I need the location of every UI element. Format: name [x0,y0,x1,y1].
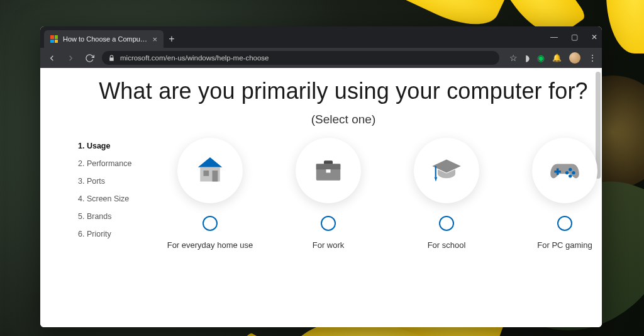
reader-mode-icon[interactable]: ◗ [525,53,530,63]
question-heading: What are you primarily using your comput… [78,77,602,105]
svg-marker-8 [432,160,461,173]
option-home-label: For everyday home use [167,240,253,251]
option-gaming-label: For PC gaming [537,240,592,251]
lock-icon [108,55,115,62]
bookmark-star-icon[interactable]: ☆ [509,53,518,63]
option-school[interactable]: For school [402,138,491,251]
url-text: microsoft.com/en-us/windows/help-me-choo… [120,54,269,62]
address-bar: microsoft.com/en-us/windows/help-me-choo… [40,48,602,68]
reload-button[interactable] [83,53,96,63]
step-usage[interactable]: 1. Usage [78,142,160,150]
back-button[interactable] [45,53,58,63]
profile-avatar[interactable] [569,52,580,64]
svg-point-16 [565,171,569,174]
svg-point-14 [572,171,575,174]
wizard-steps: 1. Usage 2. Performance 3. Ports 4. Scre… [78,138,160,251]
radio-home[interactable] [203,216,218,231]
radio-gaming[interactable] [557,216,572,231]
step-ports[interactable]: 3. Ports [78,177,160,186]
maximize-button[interactable]: ▢ [569,33,579,42]
svg-marker-0 [198,157,223,167]
page-content: What are you primarily using your comput… [40,68,602,327]
svg-point-15 [569,174,572,177]
radio-school[interactable] [439,216,454,231]
step-brands[interactable]: 5. Brands [78,212,160,221]
svg-rect-3 [213,171,218,182]
option-work[interactable]: For work [284,138,372,251]
radio-work[interactable] [321,216,336,231]
house-icon [177,138,243,203]
graduation-cap-icon [414,138,479,203]
close-tab-icon[interactable]: × [152,35,157,43]
step-performance[interactable]: 2. Performance [78,159,160,168]
tab-bar: How to Choose a Computer: Fin… × + — ▢ ✕ [40,26,602,48]
tab-title: How to Choose a Computer: Fin… [63,35,147,43]
svg-marker-10 [435,177,437,182]
page-viewport: What are you primarily using your comput… [40,68,602,327]
messenger-ext-icon[interactable]: ◉ [537,53,545,63]
browser-tab[interactable]: How to Choose a Computer: Fin… × [44,30,164,48]
option-grid: For everyday home use For wo [160,138,602,251]
option-work-label: For work [313,240,345,251]
svg-rect-12 [554,171,561,173]
gamepad-icon [532,138,597,203]
browser-window: How to Choose a Computer: Fin… × + — ▢ ✕… [40,26,602,327]
microsoft-favicon [50,35,58,43]
url-field[interactable]: microsoft.com/en-us/windows/help-me-choo… [102,51,499,65]
browser-menu-button[interactable]: ⋮ [588,53,597,63]
option-home[interactable]: For everyday home use [166,138,254,251]
briefcase-icon [296,138,361,203]
new-tab-button[interactable]: + [164,30,180,48]
option-gaming[interactable]: For PC gaming [521,138,602,251]
svg-rect-9 [435,166,436,177]
minimize-button[interactable]: — [549,33,559,42]
step-priority[interactable]: 6. Priority [78,230,160,238]
toolbar-actions: ☆ ◗ ◉ 🔔 ⋮ [506,52,597,64]
forward-button[interactable] [64,53,77,63]
close-window-button[interactable]: ✕ [589,33,599,42]
step-screen-size[interactable]: 4. Screen Size [78,194,160,203]
svg-rect-2 [204,171,209,176]
notifications-icon[interactable]: 🔔 [552,53,562,62]
window-controls: — ▢ ✕ [549,26,599,48]
svg-rect-6 [316,164,341,170]
question-hint: (Select one) [78,113,602,126]
option-school-label: For school [428,240,466,251]
svg-rect-7 [326,169,331,172]
svg-point-13 [569,168,572,171]
